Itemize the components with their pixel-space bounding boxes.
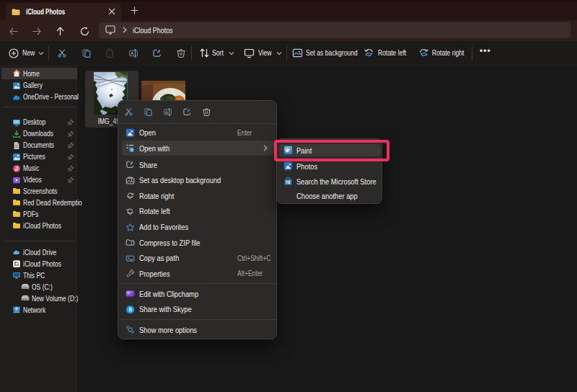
svg-text:A: A xyxy=(165,110,168,115)
svg-text:A: A xyxy=(131,50,134,55)
svg-text:S: S xyxy=(128,306,132,313)
